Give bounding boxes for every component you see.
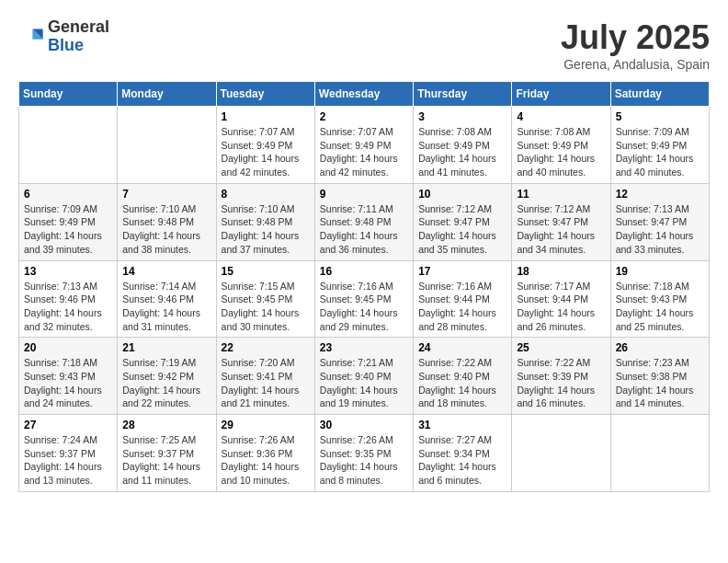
day-number: 28 <box>122 419 210 431</box>
day-info: Sunrise: 7:13 AMSunset: 9:46 PMDaylight:… <box>24 280 112 334</box>
day-number: 16 <box>320 265 408 278</box>
col-tuesday: Tuesday <box>216 82 314 107</box>
table-row: 14Sunrise: 7:14 AMSunset: 9:46 PMDayligh… <box>118 260 216 338</box>
table-row: 22Sunrise: 7:20 AMSunset: 9:41 PMDayligh… <box>216 338 314 415</box>
day-number: 15 <box>222 265 310 278</box>
logo-general: General <box>48 18 109 37</box>
day-number: 19 <box>616 265 704 278</box>
table-row: 30Sunrise: 7:26 AMSunset: 9:35 PMDayligh… <box>314 415 413 492</box>
col-thursday: Thursday <box>414 82 512 107</box>
logo: General Blue <box>18 18 109 55</box>
table-row: 3Sunrise: 7:08 AMSunset: 9:49 PMDaylight… <box>414 107 512 184</box>
day-info: Sunrise: 7:19 AMSunset: 9:42 PMDaylight:… <box>122 356 210 410</box>
location: Gerena, Andalusia, Spain <box>561 57 710 72</box>
table-row: 23Sunrise: 7:21 AMSunset: 9:40 PMDayligh… <box>314 338 413 415</box>
day-number: 10 <box>418 188 506 201</box>
table-row <box>19 107 118 184</box>
day-info: Sunrise: 7:18 AMSunset: 9:43 PMDaylight:… <box>616 280 704 334</box>
calendar-week-row: 27Sunrise: 7:24 AMSunset: 9:37 PMDayligh… <box>19 415 710 492</box>
table-row: 16Sunrise: 7:16 AMSunset: 9:45 PMDayligh… <box>314 260 413 338</box>
calendar-week-row: 6Sunrise: 7:09 AMSunset: 9:49 PMDaylight… <box>19 183 710 260</box>
day-info: Sunrise: 7:17 AMSunset: 9:44 PMDaylight:… <box>517 280 605 334</box>
day-number: 23 <box>320 341 408 354</box>
day-info: Sunrise: 7:26 AMSunset: 9:35 PMDaylight:… <box>320 433 408 488</box>
day-info: Sunrise: 7:10 AMSunset: 9:48 PMDaylight:… <box>122 202 210 257</box>
day-number: 9 <box>320 188 408 201</box>
day-info: Sunrise: 7:25 AMSunset: 9:37 PMDaylight:… <box>122 433 210 488</box>
day-number: 2 <box>320 110 408 123</box>
table-row: 25Sunrise: 7:22 AMSunset: 9:39 PMDayligh… <box>512 338 610 415</box>
day-number: 22 <box>222 341 310 354</box>
day-info: Sunrise: 7:18 AMSunset: 9:43 PMDaylight:… <box>24 356 112 410</box>
table-row: 6Sunrise: 7:09 AMSunset: 9:49 PMDaylight… <box>19 183 118 260</box>
day-number: 18 <box>517 265 605 278</box>
day-number: 4 <box>517 110 605 123</box>
col-saturday: Saturday <box>610 82 709 107</box>
day-number: 21 <box>122 341 210 354</box>
calendar-week-row: 20Sunrise: 7:18 AMSunset: 9:43 PMDayligh… <box>19 338 710 415</box>
table-row: 27Sunrise: 7:24 AMSunset: 9:37 PMDayligh… <box>19 415 118 492</box>
table-row: 20Sunrise: 7:18 AMSunset: 9:43 PMDayligh… <box>19 338 118 415</box>
day-info: Sunrise: 7:10 AMSunset: 9:48 PMDaylight:… <box>222 202 310 257</box>
table-row: 26Sunrise: 7:23 AMSunset: 9:38 PMDayligh… <box>610 338 709 415</box>
table-row <box>118 107 216 184</box>
month-title: July 2025 <box>561 18 710 57</box>
day-info: Sunrise: 7:26 AMSunset: 9:36 PMDaylight:… <box>222 433 310 488</box>
calendar-table: Sunday Monday Tuesday Wednesday Thursday… <box>18 81 710 492</box>
day-info: Sunrise: 7:09 AMSunset: 9:49 PMDaylight:… <box>24 202 112 257</box>
logo-icon <box>18 24 44 50</box>
day-number: 6 <box>24 188 112 201</box>
day-info: Sunrise: 7:08 AMSunset: 9:49 PMDaylight:… <box>418 125 506 179</box>
table-row <box>610 415 709 492</box>
day-number: 20 <box>24 341 112 354</box>
day-number: 31 <box>418 419 506 431</box>
day-info: Sunrise: 7:15 AMSunset: 9:45 PMDaylight:… <box>222 280 310 334</box>
day-number: 11 <box>517 188 605 201</box>
calendar-week-row: 13Sunrise: 7:13 AMSunset: 9:46 PMDayligh… <box>19 260 710 338</box>
day-info: Sunrise: 7:12 AMSunset: 9:47 PMDaylight:… <box>517 202 605 257</box>
table-row: 13Sunrise: 7:13 AMSunset: 9:46 PMDayligh… <box>19 260 118 338</box>
table-row: 11Sunrise: 7:12 AMSunset: 9:47 PMDayligh… <box>512 183 610 260</box>
day-number: 24 <box>418 341 506 354</box>
table-row: 1Sunrise: 7:07 AMSunset: 9:49 PMDaylight… <box>216 107 314 184</box>
day-info: Sunrise: 7:09 AMSunset: 9:49 PMDaylight:… <box>616 125 704 179</box>
table-row: 15Sunrise: 7:15 AMSunset: 9:45 PMDayligh… <box>216 260 314 338</box>
day-info: Sunrise: 7:14 AMSunset: 9:46 PMDaylight:… <box>122 280 210 334</box>
table-row: 19Sunrise: 7:18 AMSunset: 9:43 PMDayligh… <box>610 260 709 338</box>
table-row <box>512 415 610 492</box>
day-info: Sunrise: 7:23 AMSunset: 9:38 PMDaylight:… <box>616 356 704 410</box>
day-number: 7 <box>122 188 210 201</box>
day-info: Sunrise: 7:16 AMSunset: 9:44 PMDaylight:… <box>418 280 506 334</box>
table-row: 5Sunrise: 7:09 AMSunset: 9:49 PMDaylight… <box>610 107 709 184</box>
table-row: 2Sunrise: 7:07 AMSunset: 9:49 PMDaylight… <box>314 107 413 184</box>
day-number: 25 <box>517 341 605 354</box>
table-row: 28Sunrise: 7:25 AMSunset: 9:37 PMDayligh… <box>118 415 216 492</box>
day-info: Sunrise: 7:11 AMSunset: 9:48 PMDaylight:… <box>320 202 408 257</box>
day-info: Sunrise: 7:20 AMSunset: 9:41 PMDaylight:… <box>222 356 310 410</box>
day-number: 17 <box>418 265 506 278</box>
table-row: 7Sunrise: 7:10 AMSunset: 9:48 PMDaylight… <box>118 183 216 260</box>
col-sunday: Sunday <box>19 82 118 107</box>
day-number: 30 <box>320 419 408 431</box>
table-row: 12Sunrise: 7:13 AMSunset: 9:47 PMDayligh… <box>610 183 709 260</box>
table-row: 9Sunrise: 7:11 AMSunset: 9:48 PMDaylight… <box>314 183 413 260</box>
day-number: 1 <box>222 110 310 123</box>
logo-text: General Blue <box>48 18 109 55</box>
day-number: 27 <box>24 419 112 431</box>
table-row: 24Sunrise: 7:22 AMSunset: 9:40 PMDayligh… <box>414 338 512 415</box>
day-info: Sunrise: 7:07 AMSunset: 9:49 PMDaylight:… <box>320 125 408 179</box>
day-info: Sunrise: 7:27 AMSunset: 9:34 PMDaylight:… <box>418 433 506 488</box>
day-info: Sunrise: 7:08 AMSunset: 9:49 PMDaylight:… <box>517 125 605 179</box>
day-info: Sunrise: 7:12 AMSunset: 9:47 PMDaylight:… <box>418 202 506 257</box>
col-friday: Friday <box>512 82 610 107</box>
table-row: 8Sunrise: 7:10 AMSunset: 9:48 PMDaylight… <box>216 183 314 260</box>
day-number: 26 <box>616 341 704 354</box>
table-row: 31Sunrise: 7:27 AMSunset: 9:34 PMDayligh… <box>414 415 512 492</box>
day-info: Sunrise: 7:24 AMSunset: 9:37 PMDaylight:… <box>24 433 112 488</box>
table-row: 10Sunrise: 7:12 AMSunset: 9:47 PMDayligh… <box>414 183 512 260</box>
table-row: 4Sunrise: 7:08 AMSunset: 9:49 PMDaylight… <box>512 107 610 184</box>
day-info: Sunrise: 7:16 AMSunset: 9:45 PMDaylight:… <box>320 280 408 334</box>
day-number: 29 <box>222 419 310 431</box>
day-info: Sunrise: 7:21 AMSunset: 9:40 PMDaylight:… <box>320 356 408 410</box>
col-monday: Monday <box>118 82 216 107</box>
